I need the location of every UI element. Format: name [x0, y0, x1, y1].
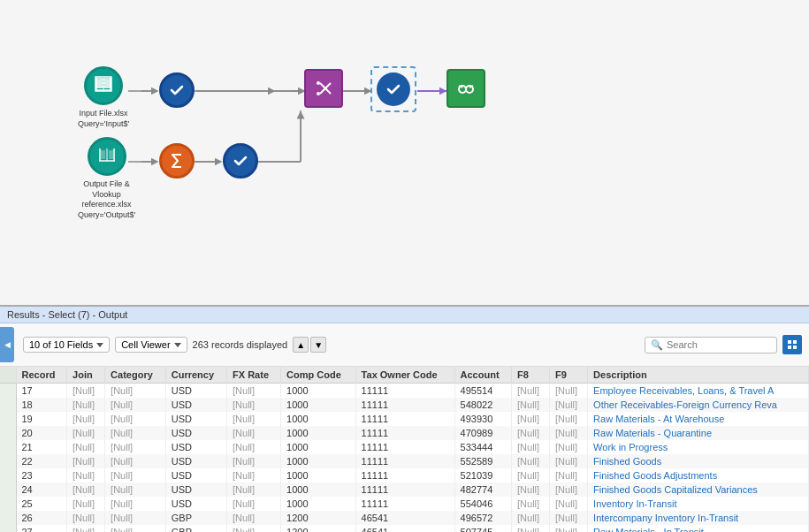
- input-node-bottom[interactable]: Output File & Vlookup reference.xlsx Que…: [78, 137, 135, 221]
- navigation-arrows: ▲ ▼: [293, 337, 326, 353]
- svg-point-23: [317, 92, 320, 95]
- svg-rect-21: [105, 80, 110, 88]
- svg-point-22: [317, 81, 320, 85]
- viewer-selector[interactable]: Cell Viewer: [115, 337, 187, 353]
- table-row[interactable]: 17[Null][Null]USD[Null]100011111495514[N…: [0, 384, 809, 399]
- row-selector[interactable]: [0, 483, 16, 497]
- description-cell: Other Receivables-Foreign Currency Reva: [588, 398, 809, 412]
- svg-rect-33: [793, 346, 797, 349]
- description-cell: Raw Materials - Quarantine: [588, 426, 809, 440]
- svg-rect-28: [101, 150, 105, 159]
- arrow-up-btn[interactable]: ▲: [293, 337, 309, 353]
- svg-rect-32: [788, 346, 791, 349]
- col-header-f8[interactable]: F8: [512, 367, 550, 384]
- description-cell: Finished Goods Adjustments: [588, 468, 809, 483]
- description-cell: Raw Materials - In Transit: [588, 525, 809, 532]
- row-selector[interactable]: [0, 440, 16, 454]
- search-input[interactable]: [667, 339, 764, 350]
- row-selector[interactable]: [0, 384, 16, 399]
- results-panel: Results - Select (7) - Output ◀ 10 of 10…: [0, 305, 809, 532]
- row-selector[interactable]: [0, 454, 16, 468]
- row-selector[interactable]: [0, 525, 16, 532]
- records-count: 263 records displayed: [193, 339, 288, 350]
- col-header-record[interactable]: Record: [16, 367, 67, 384]
- table-row[interactable]: 25[Null][Null]USD[Null]100011111554046[N…: [0, 497, 809, 511]
- row-selector[interactable]: [0, 412, 16, 426]
- row-selector[interactable]: [0, 426, 16, 440]
- svg-rect-29: [109, 150, 113, 159]
- left-tab[interactable]: ◀: [0, 327, 14, 362]
- row-selector[interactable]: [0, 497, 16, 511]
- svg-rect-30: [788, 340, 791, 344]
- toolbar: ◀ 10 of 10 Fields Cell Viewer 263 record…: [0, 323, 809, 367]
- description-cell: Finished Goods: [588, 454, 809, 468]
- table-row[interactable]: 24[Null][Null]USD[Null]100011111482774[N…: [0, 483, 809, 497]
- row-selector[interactable]: [0, 511, 16, 525]
- input-node-bottom-label: Output File & Vlookup reference.xlsx Que…: [78, 179, 135, 221]
- data-table: Record Join Category Currency FX Rate Co…: [0, 367, 809, 532]
- col-header-category[interactable]: Category: [105, 367, 166, 384]
- data-table-container[interactable]: Record Join Category Currency FX Rate Co…: [0, 367, 809, 532]
- fields-label: 10 of 10 Fields: [29, 339, 93, 350]
- check-node-1[interactable]: [159, 72, 195, 108]
- description-cell: Finished Goods Capitalized Variances: [588, 483, 809, 497]
- table-row[interactable]: 21[Null][Null]USD[Null]100011111533444[N…: [0, 440, 809, 454]
- table-row[interactable]: 27[Null][Null]GBP[Null]120046541507745[N…: [0, 525, 809, 532]
- row-selector[interactable]: [0, 398, 16, 412]
- table-row[interactable]: 23[Null][Null]USD[Null]100011111521039[N…: [0, 468, 809, 483]
- viewer-chevron: [174, 343, 181, 347]
- col-header-currency[interactable]: Currency: [165, 367, 226, 384]
- viewer-label: Cell Viewer: [121, 339, 170, 350]
- binoculars-node[interactable]: [446, 69, 485, 108]
- col-header-account[interactable]: Account: [454, 367, 511, 384]
- selected-node[interactable]: [370, 66, 416, 112]
- workflow-canvas: Input File.xlsx Query='Input$': [0, 0, 809, 305]
- table-row[interactable]: 18[Null][Null]USD[Null]100011111548022[N…: [0, 398, 809, 412]
- fields-chevron: [96, 343, 103, 347]
- description-cell: Employee Receivables, Loans, & Travel A: [588, 384, 809, 399]
- svg-rect-20: [97, 80, 102, 88]
- scissors-node[interactable]: [304, 69, 343, 108]
- col-header-join[interactable]: Join: [67, 367, 105, 384]
- svg-rect-31: [793, 340, 797, 344]
- input-node-top[interactable]: Input File.xlsx Query='Input$': [78, 66, 129, 129]
- arrow-down-btn[interactable]: ▼: [310, 337, 326, 353]
- check-node-3[interactable]: [223, 143, 258, 179]
- fields-selector[interactable]: 10 of 10 Fields: [23, 337, 110, 353]
- description-cell: Raw Materials - At Warehouse: [588, 412, 809, 426]
- blue-action-btn[interactable]: [782, 335, 802, 354]
- table-row[interactable]: 22[Null][Null]USD[Null]100011111552589[N…: [0, 454, 809, 468]
- description-cell: Inventory In-Transit: [588, 497, 809, 511]
- results-title: Results - Select (7) - Output: [7, 309, 127, 320]
- search-icon: 🔍: [651, 339, 663, 351]
- col-header-f9[interactable]: F9: [550, 367, 588, 384]
- row-selector[interactable]: [0, 468, 16, 483]
- table-row[interactable]: 26[Null][Null]GBP[Null]120046541496572[N…: [0, 511, 809, 525]
- table-row[interactable]: 20[Null][Null]USD[Null]100011111470989[N…: [0, 426, 809, 440]
- table-header-row: Record Join Category Currency FX Rate Co…: [0, 367, 809, 384]
- input-node-top-label: Input File.xlsx Query='Input$': [78, 109, 129, 129]
- col-header-fxrate[interactable]: FX Rate: [227, 367, 281, 384]
- col-header-taxowner[interactable]: Tax Owner Code: [355, 367, 454, 384]
- description-cell: Work in Progress: [588, 440, 809, 454]
- col-header-empty: [0, 367, 16, 384]
- sigma-node[interactable]: [159, 143, 195, 179]
- search-box[interactable]: 🔍: [645, 337, 777, 353]
- table-row[interactable]: 19[Null][Null]USD[Null]100011111493930[N…: [0, 412, 809, 426]
- col-header-compcode[interactable]: Comp Code: [281, 367, 356, 384]
- results-header: Results - Select (7) - Output: [0, 307, 809, 323]
- description-cell: Intercompany Inventory In-Transit: [588, 511, 809, 525]
- col-header-description[interactable]: Description: [588, 367, 809, 384]
